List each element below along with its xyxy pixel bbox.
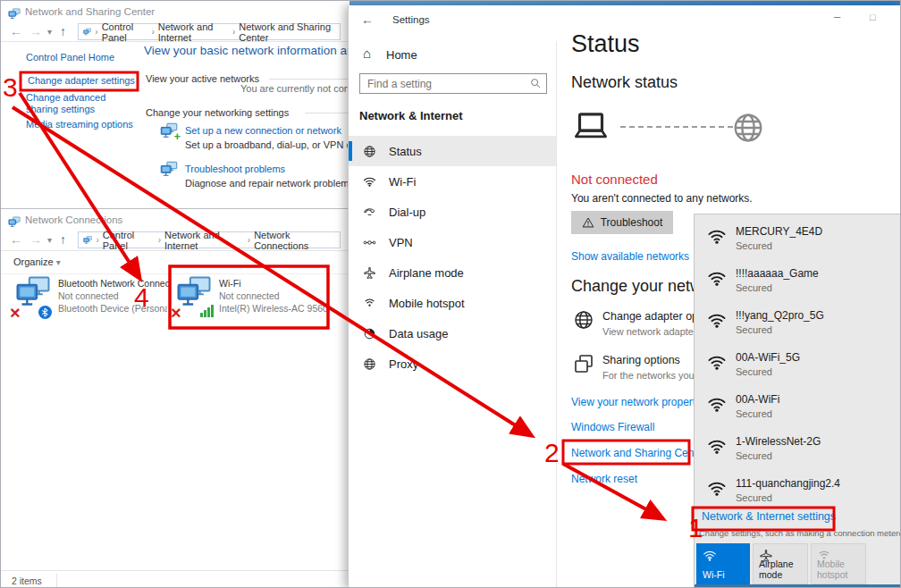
search-box[interactable]	[359, 73, 547, 94]
window-title: Settings	[392, 14, 430, 25]
bluetooth-adapter-icon[interactable]: ×	[12, 275, 55, 318]
sidebar-item-status[interactable]: Status	[349, 136, 556, 166]
phone-icon	[363, 206, 376, 219]
chevron-icon: ›	[151, 28, 154, 37]
sharing-options[interactable]: Sharing options	[602, 354, 680, 366]
wifi-network-ssid[interactable]: 1-WirelessNet-2G	[736, 435, 821, 448]
wifi-network-ssid[interactable]: 00A-WiFi	[736, 393, 779, 406]
breadcrumb-part[interactable]: Control Panel	[102, 21, 148, 43]
network-sharing-center-link[interactable]: Network and Sharing Center	[571, 447, 706, 459]
vpn-icon	[363, 236, 376, 249]
wifi-network-security: Secured	[736, 324, 772, 335]
window-icon	[8, 5, 21, 18]
sidebar-item-advanced-sharing[interactable]: Change advanced sharing settings	[26, 92, 135, 115]
setup-connection-link[interactable]: Set up a new connection or network	[185, 125, 341, 136]
wifi-flyout-panel: MERCURY_4E4D Secured !!!!aaaaaa_Game Sec…	[694, 214, 901, 588]
sidebar-item-airplane-mode[interactable]: Airplane mode	[349, 257, 556, 288]
wifi-network-ssid[interactable]: !!!!aaaaaa_Game	[736, 267, 819, 280]
sidebar-item-control-panel-home[interactable]: Control Panel Home	[26, 52, 114, 63]
internet-globe-icon	[731, 111, 765, 145]
sidebar-item-wifi[interactable]: Wi-Fi	[349, 166, 556, 197]
not-connected-status: Not connected	[571, 172, 658, 187]
wifi-network-ssid[interactable]: 00A-WiFi_5G	[736, 351, 800, 364]
sidebar-item-proxy[interactable]: Proxy	[349, 349, 556, 379]
minimize-button[interactable]: –	[834, 10, 840, 23]
wifi-network-security: Secured	[736, 240, 772, 251]
disconnected-x-icon: ×	[171, 304, 181, 322]
organize-menu[interactable]: Organize ▾	[13, 256, 61, 267]
airplane-mode-quick-toggle[interactable]: Airplane mode	[753, 543, 808, 584]
wifi-network-ssid[interactable]: !!!yang_Q2pro_5G	[736, 309, 824, 322]
setup-connection-desc: Set up a broadband, dial-up, or VPN conn…	[185, 139, 349, 150]
wifi-icon	[707, 479, 727, 499]
network-status-heading: Network status	[571, 73, 678, 92]
adapter-options-icon	[573, 309, 594, 331]
up-button[interactable]: ↑	[60, 25, 66, 38]
wifi-icon	[707, 353, 727, 373]
adapter-name[interactable]: Bluetooth Network Connection	[58, 278, 171, 289]
sidebar-item-data-usage[interactable]: Data usage	[349, 318, 556, 349]
back-button[interactable]: ←	[10, 233, 22, 246]
new-connection-icon: +	[160, 122, 178, 140]
sidebar-item-media-streaming[interactable]: Media streaming options	[26, 119, 133, 130]
breadcrumb-part[interactable]: Network and Internet	[164, 230, 244, 251]
windows-firewall-link[interactable]: Windows Firewall	[571, 421, 654, 433]
breadcrumb-part[interactable]: Control Panel	[103, 230, 155, 251]
adapter-status: Not connected	[58, 290, 119, 301]
plus-icon: +	[173, 130, 181, 143]
back-button[interactable]: ←	[10, 25, 22, 38]
page-title: Status	[571, 30, 640, 58]
search-input[interactable]	[359, 73, 547, 94]
up-button[interactable]: ↑	[60, 233, 66, 246]
chevron-icon: ›	[232, 28, 235, 37]
wifi-network-security: Secured	[736, 492, 772, 503]
sidebar-item-vpn[interactable]: VPN	[349, 227, 556, 257]
back-button[interactable]: ←	[361, 13, 374, 27]
window-title: Network and Sharing Center	[25, 6, 155, 17]
wifi-adapter-icon[interactable]: ×	[173, 275, 215, 318]
view-network-properties-link[interactable]: View your network properties	[571, 396, 710, 408]
chevron-icon: ›	[96, 236, 98, 245]
sidebar-item-dialup[interactable]: Dial-up	[349, 197, 556, 227]
troubleshoot-desc: Diagnose and repair network problems, or…	[185, 178, 349, 189]
adapter-device: Bluetooth Device (Personal Area ...	[58, 303, 167, 314]
network-reset-link[interactable]: Network reset	[571, 473, 637, 485]
section-heading: Network & Internet	[359, 109, 463, 122]
breadcrumb[interactable]: › Control Panel › Network and Internet ›…	[78, 231, 341, 248]
sharing-options-icon	[573, 353, 594, 374]
mobile-hotspot-quick-toggle[interactable]: Mobile hotspot	[811, 543, 866, 584]
sidebar-item-change-adapter-settings[interactable]: Change adapter settings	[28, 75, 135, 86]
home-icon: ⌂	[363, 46, 371, 61]
wifi-quick-toggle[interactable]: Wi-Fi	[696, 543, 750, 584]
troubleshoot-button[interactable]: Troubleshoot	[571, 211, 673, 234]
network-internet-settings-link[interactable]: Network & Internet settings	[702, 510, 836, 523]
bluetooth-icon	[38, 306, 52, 319]
history-dropdown-icon[interactable]: ▾	[47, 28, 52, 37]
taskbar-edge	[695, 584, 901, 588]
troubleshoot-icon	[160, 161, 178, 179]
forward-button[interactable]: →	[29, 233, 42, 246]
wifi-icon	[707, 227, 727, 247]
wifi-network-ssid[interactable]: 111-quanchangjing2.4	[736, 477, 840, 490]
breadcrumb-part[interactable]: Network and Sharing Center	[239, 21, 335, 43]
show-available-networks-link[interactable]: Show available networks	[571, 250, 689, 263]
breadcrumb[interactable]: › Control Panel › Network and Internet ›…	[78, 23, 341, 40]
breadcrumb-part[interactable]: Network Connections	[254, 230, 335, 251]
disconnected-x-icon: ×	[10, 304, 21, 322]
window-title: Network Connections	[25, 214, 122, 225]
breadcrumb-part[interactable]: Network and Internet	[158, 21, 229, 43]
selected-accent-bar	[349, 141, 352, 161]
not-connected-desc: You aren't connected to any networks.	[571, 192, 753, 205]
pie-icon	[363, 327, 376, 340]
sidebar-item-home[interactable]: Home	[386, 48, 417, 62]
connection-dashed-line	[620, 126, 733, 128]
window-network-sharing-center: Network and Sharing Center ← → ▾ ↑ › Con…	[1, 1, 349, 208]
wifi-network-security: Secured	[736, 282, 772, 293]
sidebar-item-mobile-hotspot[interactable]: Mobile hotspot	[349, 288, 556, 318]
troubleshoot-problems-link[interactable]: Troubleshoot problems	[185, 164, 285, 174]
forward-button[interactable]: →	[29, 25, 42, 38]
history-dropdown-icon[interactable]: ▾	[47, 236, 52, 245]
adapter-name[interactable]: Wi-Fi	[219, 278, 241, 289]
wifi-network-ssid[interactable]: MERCURY_4E4D	[736, 225, 822, 238]
maximize-button[interactable]: □	[870, 12, 876, 22]
